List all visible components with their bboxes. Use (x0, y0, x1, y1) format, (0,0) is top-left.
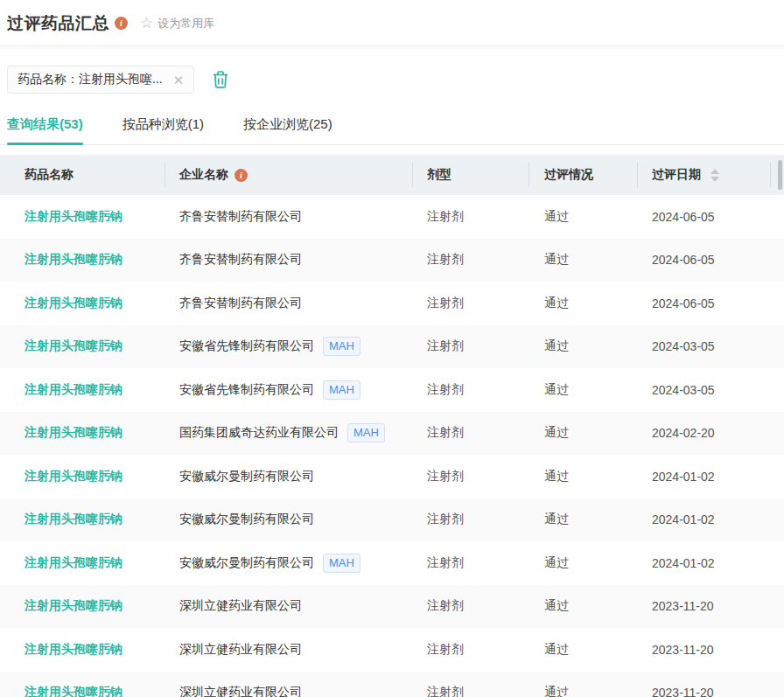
column-header-review-status: 过评情况 (528, 155, 637, 195)
drug-name-cell: 注射用头孢噻肟钠 (0, 368, 164, 412)
table-row[interactable]: 注射用头孢噻肟钠齐鲁安替制药有限公司注射剂通过2024-06-05 (0, 195, 784, 239)
filter-tag[interactable]: 药品名称：注射用头孢噻... ✕ (7, 66, 194, 94)
dosage-form-cell: 注射剂 (412, 541, 528, 585)
truncated-cell (770, 585, 784, 629)
column-header-dosage-form: 剂型 (412, 155, 528, 195)
table-row[interactable]: 注射用头孢噻肟钠深圳立健药业有限公司注射剂通过2023-11-20 (0, 672, 784, 697)
drug-name-cell: 注射用头孢噻肟钠 (0, 541, 164, 585)
review-date-cell: 2024-03-05 (637, 325, 770, 369)
dosage-form-cell: 注射剂 (412, 412, 528, 456)
sort-icons[interactable] (710, 169, 719, 182)
table-row[interactable]: 注射用头孢噻肟钠安徽省先锋制药有限公司MAH注射剂通过2024-03-05 (0, 325, 784, 369)
drug-name-link[interactable]: 注射用头孢噻肟钠 (24, 598, 122, 614)
column-header-review-date: 过评日期 (637, 155, 770, 195)
drug-name-cell: 注射用头孢噻肟钠 (0, 672, 164, 697)
table-row[interactable]: 注射用头孢噻肟钠齐鲁安替制药有限公司注射剂通过2024-06-05 (0, 282, 784, 325)
company-name: 安徽省先锋制药有限公司 (179, 382, 314, 398)
review-status-cell: 通过 (528, 672, 637, 697)
review-status-cell: 通过 (528, 455, 637, 498)
review-status-cell: 通过 (528, 239, 637, 282)
page-header: 过评药品汇总 i ☆ 设为常用库 (0, 0, 784, 37)
trash-icon[interactable] (212, 70, 229, 89)
company-name-cell: 安徽省先锋制药有限公司MAH (164, 325, 412, 369)
sort-asc-icon[interactable] (710, 169, 719, 174)
drug-name-link[interactable]: 注射用头孢噻肟钠 (24, 382, 122, 398)
review-date-cell: 2024-06-05 (637, 282, 770, 325)
review-status-cell: 通过 (528, 282, 637, 325)
review-status-cell: 通过 (528, 628, 637, 672)
company-name: 安徽威尔曼制药有限公司 (179, 555, 314, 571)
drug-name-link[interactable]: 注射用头孢噻肟钠 (24, 252, 122, 268)
drug-name-link[interactable]: 注射用头孢噻肟钠 (24, 338, 122, 354)
truncated-cell (770, 628, 784, 672)
star-outline-icon[interactable]: ☆ (140, 16, 153, 31)
review-status-cell: 通过 (528, 585, 637, 629)
table-row[interactable]: 注射用头孢噻肟钠安徽省先锋制药有限公司MAH注射剂通过2024-03-05 (0, 368, 784, 412)
drug-name-link[interactable]: 注射用头孢噻肟钠 (24, 512, 122, 527)
drug-name-link[interactable]: 注射用头孢噻肟钠 (24, 296, 122, 311)
company-name: 安徽省先锋制药有限公司 (179, 338, 314, 354)
drug-name-link[interactable]: 注射用头孢噻肟钠 (24, 555, 122, 571)
table-row[interactable]: 注射用头孢噻肟钠安徽威尔曼制药有限公司注射剂通过2024-01-02 (0, 498, 784, 542)
dosage-form-cell: 注射剂 (412, 628, 528, 672)
dosage-form-cell: 注射剂 (412, 325, 528, 369)
table-row[interactable]: 注射用头孢噻肟钠深圳立健药业有限公司注射剂通过2023-11-20 (0, 628, 784, 672)
review-date-cell: 2023-11-20 (637, 628, 770, 672)
info-icon[interactable]: i (115, 17, 128, 30)
truncated-cell (770, 368, 784, 412)
table-row[interactable]: 注射用头孢噻肟钠深圳立健药业有限公司注射剂通过2023-11-20 (0, 585, 784, 629)
dosage-form-cell: 注射剂 (412, 239, 528, 282)
drug-name-link[interactable]: 注射用头孢噻肟钠 (24, 209, 122, 225)
drug-name-link[interactable]: 注射用头孢噻肟钠 (24, 469, 122, 484)
truncated-cell (770, 541, 784, 585)
dosage-form-cell: 注射剂 (412, 195, 528, 239)
table-row[interactable]: 注射用头孢噻肟钠安徽威尔曼制药有限公司注射剂通过2024-01-02 (0, 455, 784, 498)
review-date-cell: 2023-11-20 (637, 585, 770, 629)
review-date-cell: 2023-11-20 (637, 672, 770, 697)
company-name-cell: 齐鲁安替制药有限公司 (164, 282, 412, 325)
table-header-row: 药品名称 企业名称 i 剂型 过评情况 过评日期 (0, 155, 784, 195)
table-row[interactable]: 注射用头孢噻肟钠国药集团威奇达药业有限公司MAH注射剂通过2024-02-20 (0, 412, 784, 456)
review-date-cell: 2024-06-05 (637, 195, 770, 239)
dosage-form-cell: 注射剂 (412, 282, 528, 325)
set-favorite-label[interactable]: 设为常用库 (158, 16, 214, 31)
review-date-cell: 2024-02-20 (637, 412, 770, 456)
drug-name-link[interactable]: 注射用头孢噻肟钠 (24, 642, 122, 658)
page-title: 过评药品汇总 (7, 12, 109, 35)
mah-badge: MAH (323, 380, 360, 400)
tab-by-company[interactable]: 按企业浏览(25) (243, 108, 332, 144)
tab-by-variety[interactable]: 按品种浏览(1) (122, 108, 204, 144)
column-header-company-name: 企业名称 i (164, 155, 412, 195)
tab-search-results[interactable]: 查询结果(53) (7, 108, 83, 144)
review-date-cell: 2024-06-05 (637, 239, 770, 282)
review-status-cell: 通过 (528, 498, 637, 542)
company-name: 齐鲁安替制药有限公司 (179, 252, 302, 268)
review-status-cell: 通过 (528, 195, 637, 239)
mah-badge: MAH (347, 423, 385, 443)
truncated-cell (770, 282, 784, 325)
drug-name-cell: 注射用头孢噻肟钠 (0, 628, 164, 672)
drug-name-cell: 注射用头孢噻肟钠 (0, 239, 164, 282)
table-row[interactable]: 注射用头孢噻肟钠安徽威尔曼制药有限公司MAH注射剂通过2024-01-02 (0, 541, 784, 585)
close-icon[interactable]: ✕ (173, 73, 185, 87)
table-row[interactable]: 注射用头孢噻肟钠齐鲁安替制药有限公司注射剂通过2024-06-05 (0, 239, 784, 282)
mah-badge: MAH (323, 337, 360, 356)
review-date-cell: 2024-03-05 (637, 368, 770, 412)
vertical-scrollbar-thumb[interactable] (778, 160, 782, 190)
review-date-cell: 2024-01-02 (637, 498, 770, 542)
dosage-form-cell: 注射剂 (412, 455, 528, 498)
info-icon[interactable]: i (234, 169, 248, 182)
company-name-cell: 安徽威尔曼制药有限公司 (164, 455, 412, 498)
drug-name-link[interactable]: 注射用头孢噻肟钠 (24, 425, 122, 441)
company-name: 齐鲁安替制药有限公司 (179, 296, 302, 311)
company-name-cell: 国药集团威奇达药业有限公司MAH (164, 412, 412, 456)
review-date-cell: 2024-01-02 (637, 455, 770, 498)
drug-name-cell: 注射用头孢噻肟钠 (0, 498, 164, 542)
results-table: 药品名称 企业名称 i 剂型 过评情况 过评日期 注射用头孢噻肟钠齐鲁安替制药有… (0, 155, 784, 697)
drug-name-cell: 注射用头孢噻肟钠 (0, 412, 164, 456)
company-name: 安徽威尔曼制药有限公司 (179, 469, 314, 484)
drug-name-link[interactable]: 注射用头孢噻肟钠 (24, 685, 122, 697)
sort-desc-icon[interactable] (710, 177, 719, 182)
company-name: 深圳立健药业有限公司 (179, 598, 302, 614)
dosage-form-cell: 注射剂 (412, 498, 528, 542)
